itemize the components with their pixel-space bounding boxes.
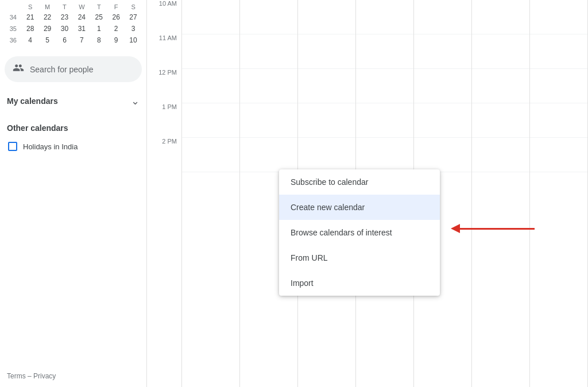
holidays-checkbox[interactable] bbox=[8, 142, 17, 151]
calendar-day[interactable]: 28 bbox=[22, 23, 39, 34]
grid-row bbox=[530, 34, 587, 69]
grid-row bbox=[240, 138, 297, 172]
grid-row bbox=[356, 69, 413, 103]
calendar-day[interactable]: 9 bbox=[107, 34, 125, 46]
time-1pm: 1 PM bbox=[147, 103, 181, 138]
calendar-day[interactable]: 4 bbox=[22, 34, 39, 46]
grid-row bbox=[356, 138, 413, 172]
grid-row bbox=[356, 0, 413, 34]
calendar-day[interactable]: 2 bbox=[107, 23, 125, 34]
grid-row bbox=[298, 103, 355, 138]
grid-row bbox=[472, 138, 529, 172]
calendar-day[interactable]: 25 bbox=[90, 11, 107, 23]
grid-row bbox=[472, 69, 529, 103]
menu-item-import[interactable]: Import bbox=[279, 270, 440, 296]
other-calendars-label: Other calendars bbox=[7, 123, 68, 133]
grid-row bbox=[530, 69, 587, 103]
grid-column[interactable] bbox=[530, 0, 588, 387]
menu-item-create-new[interactable]: Create new calendar bbox=[279, 195, 440, 220]
holidays-in-india-item[interactable]: Holidays in India bbox=[5, 140, 142, 153]
calendar-day[interactable]: 10 bbox=[125, 34, 142, 46]
grid-row bbox=[240, 103, 297, 138]
search-people-button[interactable]: Search for people bbox=[5, 56, 142, 82]
menu-item-browse[interactable]: Browse calendars of interest bbox=[279, 220, 440, 245]
mini-cal-grid: SMTWTFS 34212223242526273528293031123364… bbox=[5, 2, 142, 46]
day-header: W bbox=[73, 2, 90, 11]
calendar-day[interactable]: 1 bbox=[90, 23, 107, 34]
terms-link[interactable]: Terms bbox=[7, 372, 26, 380]
calendar-day[interactable]: 24 bbox=[73, 11, 90, 23]
grid-row bbox=[182, 34, 239, 69]
grid-row bbox=[530, 0, 587, 34]
calendar-day[interactable]: 5 bbox=[39, 34, 56, 46]
my-calendars-section: My calendars ⌄ bbox=[5, 91, 142, 111]
holidays-label: Holidays in India bbox=[23, 142, 78, 151]
my-calendars-chevron[interactable]: ⌄ bbox=[131, 95, 140, 107]
day-header: M bbox=[39, 2, 56, 11]
grid-row bbox=[298, 34, 355, 69]
calendar-day[interactable]: 8 bbox=[90, 34, 107, 46]
grid-row bbox=[472, 0, 529, 34]
other-calendars-header: Other calendars bbox=[5, 120, 142, 136]
grid-row bbox=[240, 69, 297, 103]
people-icon bbox=[13, 62, 24, 76]
my-calendars-label: My calendars bbox=[7, 96, 58, 106]
grid-row bbox=[182, 69, 239, 103]
grid-row bbox=[530, 138, 587, 172]
grid-row bbox=[298, 138, 355, 172]
calendar-day[interactable]: 30 bbox=[56, 23, 74, 34]
mini-calendar: SMTWTFS 34212223242526273528293031123364… bbox=[5, 0, 142, 51]
time-12pm: 12 PM bbox=[147, 69, 181, 103]
main-area: 10 AM 11 AM 12 PM 1 PM 2 PM Subscribe to… bbox=[147, 0, 588, 387]
day-header: T bbox=[56, 2, 74, 11]
day-header: S bbox=[125, 2, 142, 11]
calendar-day[interactable]: 29 bbox=[39, 23, 56, 34]
time-labels: 10 AM 11 AM 12 PM 1 PM 2 PM bbox=[147, 0, 181, 387]
grid-row bbox=[414, 69, 471, 103]
grid-row bbox=[414, 0, 471, 34]
calendar-day[interactable]: 7 bbox=[73, 34, 90, 46]
grid-row bbox=[472, 34, 529, 69]
terms-separator: – bbox=[28, 372, 33, 380]
day-header: F bbox=[107, 2, 125, 11]
grid-row bbox=[530, 103, 587, 138]
week-number: 34 bbox=[5, 11, 22, 23]
terms-privacy: Terms – Privacy bbox=[5, 365, 142, 387]
time-11am: 11 AM bbox=[147, 34, 181, 69]
sidebar: SMTWTFS 34212223242526273528293031123364… bbox=[0, 0, 147, 387]
grid-row bbox=[356, 34, 413, 69]
grid-row bbox=[356, 103, 413, 138]
calendar-day[interactable]: 22 bbox=[39, 11, 56, 23]
week-number: 35 bbox=[5, 23, 22, 34]
day-header: T bbox=[90, 2, 107, 11]
calendar-day[interactable]: 6 bbox=[56, 34, 74, 46]
calendar-day[interactable]: 21 bbox=[22, 11, 39, 23]
grid-row bbox=[240, 34, 297, 69]
grid-column[interactable] bbox=[472, 0, 530, 387]
week-number: 36 bbox=[5, 34, 22, 46]
grid-row bbox=[240, 0, 297, 34]
search-people-label: Search for people bbox=[30, 65, 94, 74]
calendar-day[interactable]: 26 bbox=[107, 11, 125, 23]
calendar-day[interactable]: 31 bbox=[73, 23, 90, 34]
menu-item-from-url[interactable]: From URL bbox=[279, 245, 440, 270]
context-menu: Subscribe to calendarCreate new calendar… bbox=[279, 169, 440, 296]
grid-row bbox=[182, 103, 239, 138]
day-header: S bbox=[22, 2, 39, 11]
grid-row bbox=[414, 34, 471, 69]
other-calendars-section: Other calendars Holidays in India bbox=[5, 120, 142, 153]
grid-row bbox=[414, 138, 471, 172]
grid-row bbox=[472, 103, 529, 138]
calendar-day[interactable]: 3 bbox=[125, 23, 142, 34]
grid-column[interactable] bbox=[182, 0, 240, 387]
time-2pm: 2 PM bbox=[147, 138, 181, 172]
menu-item-subscribe[interactable]: Subscribe to calendar bbox=[279, 169, 440, 195]
time-10am: 10 AM bbox=[147, 0, 181, 34]
calendar-day[interactable]: 27 bbox=[125, 11, 142, 23]
grid-row bbox=[182, 138, 239, 172]
grid-row bbox=[182, 0, 239, 34]
privacy-link[interactable]: Privacy bbox=[33, 372, 56, 380]
grid-row bbox=[414, 103, 471, 138]
calendar-day[interactable]: 23 bbox=[56, 11, 74, 23]
grid-row bbox=[298, 69, 355, 103]
